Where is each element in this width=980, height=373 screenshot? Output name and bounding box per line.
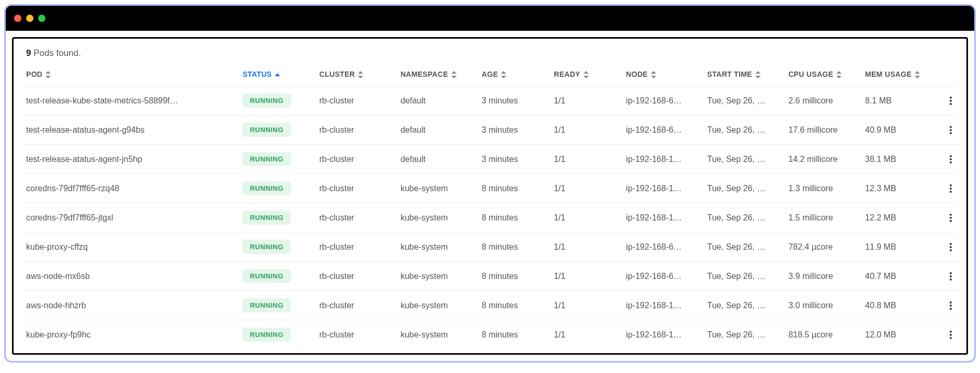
cell-namespace[interactable]: kube-system <box>395 262 476 291</box>
cell-namespace[interactable]: default <box>395 115 476 145</box>
cell-mem: 8.1 MB <box>860 86 941 115</box>
cell-namespace[interactable]: kube-system <box>395 291 476 320</box>
cell-actions <box>941 203 959 232</box>
cell-start-time: Tue, Sep 26, … <box>702 262 783 291</box>
cell-actions <box>941 291 959 320</box>
status-badge: RUNNING <box>242 94 290 108</box>
cell-ready: 1/1 <box>549 291 621 320</box>
cell-start-time: Tue, Sep 26, … <box>702 203 783 232</box>
window-close-icon[interactable] <box>14 15 21 22</box>
cell-status: RUNNING <box>237 320 314 349</box>
cell-status: RUNNING <box>237 115 314 145</box>
row-actions-menu-icon[interactable] <box>946 243 955 251</box>
cell-age: 3 minutes <box>476 145 549 174</box>
sort-icon <box>501 71 506 78</box>
col-header-age[interactable]: AGE <box>476 66 549 86</box>
row-actions-menu-icon[interactable] <box>946 331 955 339</box>
cell-cluster[interactable]: rb-cluster <box>314 291 395 320</box>
cell-mem: 12.3 MB <box>860 174 941 203</box>
table-row: test-release-atatus-agent-g94bsRUNNINGrb… <box>21 115 959 145</box>
cell-namespace[interactable]: kube-system <box>395 203 476 232</box>
cell-mem: 38.1 MB <box>860 145 941 174</box>
cell-cluster[interactable]: rb-cluster <box>314 203 395 232</box>
cell-cluster[interactable]: rb-cluster <box>314 145 395 174</box>
cell-cpu: 1.3 millicore <box>783 174 860 203</box>
cell-mem: 12.2 MB <box>860 203 941 232</box>
cell-age: 8 minutes <box>476 262 549 291</box>
cell-node[interactable]: ip-192-168-1… <box>621 291 702 320</box>
cell-namespace[interactable]: default <box>395 145 476 174</box>
cell-start-time: Tue, Sep 26, … <box>702 232 783 262</box>
table-header-row: POD STATUS CLUSTER NAMESPACE AGE READY N… <box>21 66 959 86</box>
cell-cpu: 3.9 millicore <box>783 262 860 291</box>
row-actions-menu-icon[interactable] <box>946 301 955 310</box>
cell-age: 8 minutes <box>476 320 549 349</box>
cell-ready: 1/1 <box>549 86 621 115</box>
cell-node[interactable]: ip-192-168-6… <box>621 232 702 262</box>
cell-age: 8 minutes <box>476 174 549 203</box>
cell-node[interactable]: ip-192-168-1… <box>621 174 702 203</box>
cell-mem: 40.8 MB <box>860 291 941 320</box>
cell-status: RUNNING <box>237 262 314 291</box>
status-badge: RUNNING <box>242 269 290 283</box>
col-header-cpu[interactable]: CPU USAGE <box>783 66 860 86</box>
col-header-namespace[interactable]: NAMESPACE <box>395 66 476 86</box>
row-actions-menu-icon[interactable] <box>946 214 955 222</box>
cell-pod: aws-node-mx6sb <box>21 262 237 291</box>
cell-namespace[interactable]: kube-system <box>395 232 476 262</box>
row-actions-menu-icon[interactable] <box>946 97 955 105</box>
cell-ready: 1/1 <box>549 145 621 174</box>
status-badge: RUNNING <box>242 298 290 312</box>
sort-icon <box>836 71 842 78</box>
row-actions-menu-icon[interactable] <box>946 184 955 193</box>
col-header-status[interactable]: STATUS <box>237 66 314 86</box>
row-actions-menu-icon[interactable] <box>946 272 955 281</box>
cell-cluster[interactable]: rb-cluster <box>314 262 395 291</box>
table-row: coredns-79df7fff65-jtgxlRUNNINGrb-cluste… <box>21 203 959 232</box>
cell-node[interactable]: ip-192-168-1… <box>621 145 702 174</box>
cell-node[interactable]: ip-192-168-1… <box>621 203 702 232</box>
cell-node[interactable]: ip-192-168-6… <box>621 86 702 115</box>
cell-cluster[interactable]: rb-cluster <box>314 174 395 203</box>
row-actions-menu-icon[interactable] <box>946 126 955 134</box>
cell-cluster[interactable]: rb-cluster <box>314 86 395 115</box>
cell-cpu: 818.5 µcore <box>783 320 860 349</box>
cell-start-time: Tue, Sep 26, … <box>702 320 783 349</box>
cell-node[interactable]: ip-192-168-1… <box>621 320 702 349</box>
cell-mem: 40.7 MB <box>860 262 941 291</box>
cell-node[interactable]: ip-192-168-6… <box>621 115 702 145</box>
cell-cluster[interactable]: rb-cluster <box>314 232 395 262</box>
row-actions-menu-icon[interactable] <box>946 155 955 164</box>
col-header-start-time[interactable]: START TIME <box>702 66 783 86</box>
col-header-mem[interactable]: MEM USAGE <box>860 66 941 86</box>
col-header-cluster[interactable]: CLUSTER <box>314 66 395 86</box>
sort-icon <box>915 71 920 78</box>
cell-cpu: 1.5 millicore <box>783 203 860 232</box>
cell-namespace[interactable]: default <box>395 86 476 115</box>
cell-status: RUNNING <box>237 291 314 320</box>
col-header-node[interactable]: NODE <box>621 66 702 86</box>
sort-icon <box>451 71 457 78</box>
cell-ready: 1/1 <box>549 203 621 232</box>
cell-age: 8 minutes <box>476 203 549 232</box>
cell-namespace[interactable]: kube-system <box>395 174 476 203</box>
col-header-ready[interactable]: READY <box>549 66 621 86</box>
window-minimize-icon[interactable] <box>26 15 33 22</box>
cell-pod: kube-proxy-fp9hc <box>21 320 237 349</box>
col-header-pod[interactable]: POD <box>21 66 237 86</box>
cell-age: 3 minutes <box>476 115 549 145</box>
cell-status: RUNNING <box>237 86 314 115</box>
window-zoom-icon[interactable] <box>38 15 45 22</box>
cell-start-time: Tue, Sep 26, … <box>702 86 783 115</box>
cell-pod: coredns-79df7fff65-jtgxl <box>21 203 237 232</box>
cell-start-time: Tue, Sep 26, … <box>702 145 783 174</box>
cell-namespace[interactable]: kube-system <box>395 320 476 349</box>
cell-cluster[interactable]: rb-cluster <box>314 320 395 349</box>
cell-cluster[interactable]: rb-cluster <box>314 115 395 145</box>
cell-cpu: 2.6 millicore <box>783 86 860 115</box>
cell-actions <box>941 115 959 145</box>
cell-node[interactable]: ip-192-168-6… <box>621 262 702 291</box>
cell-ready: 1/1 <box>549 232 621 262</box>
cell-actions <box>941 320 959 349</box>
cell-start-time: Tue, Sep 26, … <box>702 291 783 320</box>
